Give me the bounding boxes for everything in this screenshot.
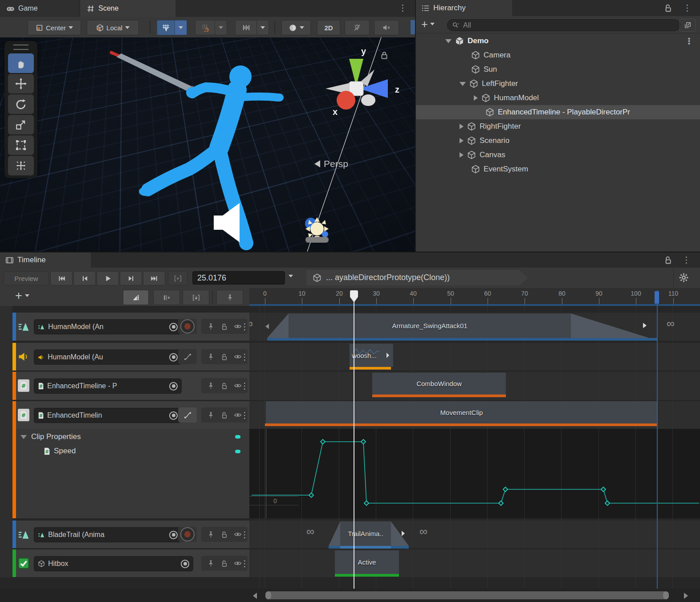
- rect-tool-button[interactable]: [8, 135, 34, 155]
- zoom-scrollbar-thumb[interactable]: [265, 591, 669, 599]
- timeline-breadcrumb[interactable]: ... ayableDirectorPrototype(Clone)): [306, 270, 528, 285]
- speed-parameter-row[interactable]: Speed: [44, 447, 76, 456]
- hierarchy-item-enhancedtimeline[interactable]: EnhancedTimeline - PlayableDirectorPr: [416, 105, 700, 119]
- unlock-icon[interactable]: [220, 531, 228, 538]
- unlock-icon[interactable]: [220, 411, 228, 419]
- hierarchy-item-rightfighter[interactable]: RightFighter: [416, 119, 700, 134]
- marker-toggle-button[interactable]: [216, 290, 243, 305]
- foldout-closed-icon[interactable]: [460, 138, 464, 143]
- create-object-button[interactable]: +: [421, 20, 435, 28]
- track-kebab-icon[interactable]: [240, 322, 248, 331]
- timeline-ruler[interactable]: 0 10 20 30 40 50 60 70 80 90 100 110: [249, 288, 700, 306]
- clip-out-handle-icon[interactable]: [402, 531, 405, 536]
- pin-icon[interactable]: [207, 411, 215, 419]
- grid-snap-toggle[interactable]: [157, 20, 175, 35]
- track-kebab-icon[interactable]: [240, 353, 248, 361]
- foldout-closed-icon[interactable]: [474, 95, 478, 101]
- object-picker-icon[interactable]: [169, 323, 178, 331]
- clip-trailanimation[interactable]: TrailAnima..: [340, 521, 391, 546]
- track-kebab-icon[interactable]: [240, 382, 248, 390]
- unlock-icon[interactable]: [220, 353, 228, 361]
- clip-movementclip[interactable]: MovementClip: [266, 401, 657, 423]
- track-binding-field[interactable]: EnhancedTimeline - P: [34, 378, 182, 394]
- track-binding-field[interactable]: Hitbox: [34, 556, 193, 571]
- object-picker-icon[interactable]: [169, 531, 178, 539]
- 2d-toggle[interactable]: 2D: [317, 20, 340, 35]
- track-header-audio-humanmodel[interactable]: HumanModel (Au: [12, 343, 249, 370]
- snap-dropdown[interactable]: [215, 20, 227, 35]
- tab-game[interactable]: Game: [0, 0, 78, 17]
- foldout-open-icon[interactable]: [460, 82, 466, 86]
- clip-armature-swingattack[interactable]: Armature_SwingAttack01: [289, 313, 571, 338]
- increment-snap-dropdown[interactable]: [256, 20, 269, 35]
- scale-tool-button[interactable]: [8, 115, 34, 134]
- scroll-right-icon[interactable]: [684, 593, 688, 599]
- ripple-mode-button[interactable]: [153, 290, 180, 305]
- foldout-open-icon[interactable]: [445, 39, 452, 43]
- pin-icon[interactable]: [207, 560, 215, 567]
- object-picker-icon[interactable]: [169, 411, 178, 420]
- pivot-mode-button[interactable]: Center: [28, 20, 81, 35]
- goto-start-button[interactable]: [50, 271, 73, 285]
- track-binding-field[interactable]: EnhancedTimelin: [34, 408, 182, 423]
- increment-snap-button[interactable]: [235, 20, 257, 35]
- current-time-field[interactable]: [192, 271, 285, 285]
- track-binding-field[interactable]: BladeTrail (Anima: [34, 527, 182, 542]
- scene-viewport[interactable]: y z x Persp: [0, 37, 415, 252]
- scene-lighting-toggle[interactable]: [345, 20, 370, 35]
- scroll-min-handle[interactable]: [265, 591, 271, 599]
- scroll-left-icon[interactable]: [253, 593, 257, 599]
- timeline-settings-button[interactable]: [679, 273, 689, 283]
- foldout-closed-icon[interactable]: [460, 152, 464, 158]
- replace-mode-button[interactable]: [183, 290, 209, 305]
- hierarchy-item-eventsystem[interactable]: EventSystem: [416, 162, 700, 176]
- projection-toggle[interactable]: Persp: [314, 159, 348, 169]
- hierarchy-menu-kebab-icon[interactable]: [683, 4, 690, 12]
- unlock-icon[interactable]: [220, 382, 228, 390]
- hierarchy-item-scenario[interactable]: Scenario: [416, 134, 700, 148]
- unlock-icon[interactable]: [663, 256, 672, 264]
- hierarchy-item-leftfighter[interactable]: LeftFighter: [416, 77, 700, 91]
- previous-frame-button[interactable]: [73, 271, 96, 285]
- gizmo-axis-x[interactable]: [337, 91, 355, 110]
- playhead-line[interactable]: [354, 290, 354, 589]
- time-format-dropdown[interactable]: [289, 275, 293, 277]
- search-input[interactable]: [462, 21, 676, 30]
- pin-icon[interactable]: [207, 323, 215, 330]
- rotate-tool-button[interactable]: [8, 94, 34, 114]
- gizmo-lock-icon[interactable]: [382, 52, 387, 58]
- unlock-icon[interactable]: [220, 323, 228, 330]
- foldout-closed-icon[interactable]: [460, 124, 464, 129]
- scroll-max-handle[interactable]: [663, 591, 669, 599]
- clip-out-handle-icon[interactable]: [643, 323, 647, 328]
- object-picker-icon[interactable]: [169, 382, 178, 390]
- orientation-gizmo[interactable]: y z x: [278, 37, 412, 140]
- track-binding-field[interactable]: HumanModel (Au: [34, 350, 182, 365]
- hierarchy-item-camera[interactable]: Camera: [416, 48, 700, 62]
- add-track-button[interactable]: +: [15, 291, 29, 301]
- object-picker-icon[interactable]: [169, 353, 178, 362]
- clip-properties-foldout[interactable]: Clip Properties: [20, 432, 81, 441]
- play-range-button[interactable]: [168, 271, 187, 285]
- goto-end-button[interactable]: [143, 271, 165, 285]
- track-kebab-icon[interactable]: [240, 559, 248, 568]
- tab-scene[interactable]: Scene: [80, 0, 175, 17]
- grid-snap-dropdown[interactable]: [175, 20, 187, 35]
- object-picker-icon[interactable]: [181, 560, 189, 568]
- timeline-menu-kebab-icon[interactable]: [682, 256, 689, 264]
- clip-combowindow[interactable]: ComboWindow: [372, 373, 506, 395]
- clip-in-handle-icon[interactable]: [265, 324, 269, 329]
- next-frame-button[interactable]: [120, 271, 142, 285]
- unlock-icon[interactable]: [220, 560, 228, 567]
- drag-handle-icon[interactable]: [13, 45, 28, 50]
- hierarchy-item-demo[interactable]: Demo: [416, 34, 700, 48]
- scene-menu-kebab-icon[interactable]: [399, 4, 406, 12]
- track-header-playable-movement[interactable]: EnhancedTimelin: [12, 401, 249, 429]
- timeline-end-marker[interactable]: [655, 291, 659, 304]
- scene-picker-button[interactable]: [680, 19, 696, 32]
- hierarchy-item-sun[interactable]: Sun: [416, 62, 700, 77]
- scene-audio-toggle[interactable]: [374, 20, 399, 35]
- speed-curve[interactable]: [249, 429, 700, 518]
- clip-active[interactable]: Active: [335, 550, 399, 574]
- snap-toggle[interactable]: [195, 20, 216, 35]
